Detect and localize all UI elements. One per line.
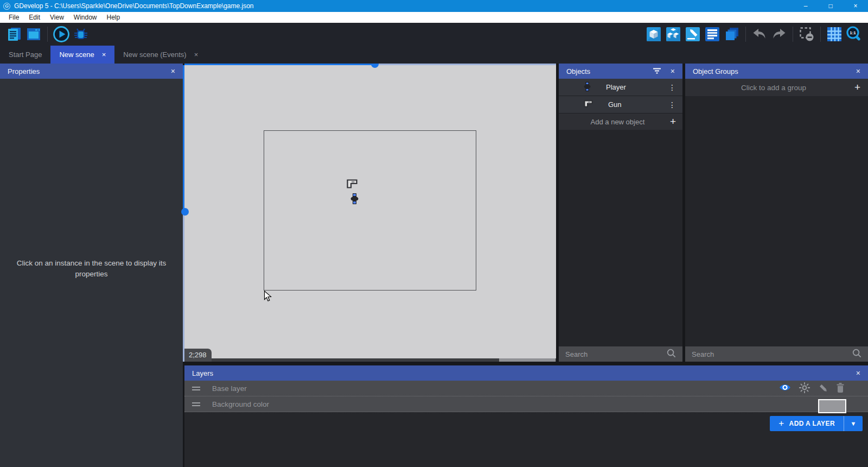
layer-name: Base layer: [212, 384, 247, 393]
redo-icon[interactable]: [769, 24, 789, 44]
scrollbar-thumb[interactable]: [499, 358, 556, 362]
drag-handle-icon[interactable]: [192, 387, 200, 390]
plus-icon: +: [854, 83, 860, 92]
add-layer-label: ADD A LAYER: [789, 420, 835, 427]
menu-file[interactable]: File: [4, 12, 24, 23]
player-instance[interactable]: [350, 193, 359, 206]
open-layers-panel-icon[interactable]: [722, 24, 742, 44]
game-window-frame: [264, 130, 476, 291]
close-object-groups-icon[interactable]: ×: [856, 67, 860, 75]
maximize-button[interactable]: □: [818, 0, 843, 12]
open-instances-list-icon[interactable]: [703, 24, 722, 44]
svg-text:1:1: 1:1: [850, 30, 856, 35]
add-group-label: Click to add a group: [693, 84, 854, 92]
menu-help[interactable]: Help: [102, 12, 125, 23]
player-thumbnail-icon: [584, 82, 591, 93]
open-object-groups-panel-icon[interactable]: [663, 24, 683, 44]
toolbar-separator: [745, 27, 746, 42]
add-new-object-button[interactable]: Add a new object +: [559, 113, 682, 130]
layer-delete-trash-icon[interactable]: [835, 382, 845, 395]
menu-window[interactable]: Window: [69, 12, 102, 23]
properties-panel: Properties × Click on an instance in the…: [0, 64, 183, 467]
tab-start-page[interactable]: Start Page: [0, 46, 50, 64]
close-properties-icon[interactable]: ×: [171, 67, 175, 75]
tab-label: New scene (Events): [123, 51, 186, 59]
toolbar: 1:1: [0, 23, 868, 46]
layer-name: Background color: [212, 400, 269, 408]
tab-close-icon[interactable]: ×: [102, 51, 106, 59]
layer-effects-icon[interactable]: [799, 382, 810, 395]
object-name: Gun: [608, 100, 622, 109]
object-groups-panel: Object Groups × Click to add a group +: [685, 64, 868, 362]
close-button[interactable]: ×: [843, 0, 868, 12]
debug-icon[interactable]: [71, 24, 91, 44]
gun-instance[interactable]: [347, 179, 358, 191]
canvas-horizontal-scrollbar: [184, 358, 556, 362]
objects-search-input[interactable]: [565, 350, 666, 358]
tab-new-scene-events[interactable]: New scene (Events) ×: [114, 46, 207, 64]
object-row-gun[interactable]: Gun ⋮: [559, 96, 682, 113]
undo-icon[interactable]: [750, 24, 769, 44]
tabbar: Start Page New scene × New scene (Events…: [0, 46, 868, 64]
filter-icon[interactable]: [652, 66, 662, 77]
tab-label: Start Page: [9, 51, 42, 59]
object-menu-icon[interactable]: ⋮: [668, 83, 676, 92]
objects-panel-header: Objects ×: [559, 64, 682, 79]
tab-new-scene[interactable]: New scene ×: [50, 46, 114, 64]
toolbar-right-group: 1:1: [644, 24, 864, 44]
minimize-button[interactable]: –: [793, 0, 818, 12]
play-icon[interactable]: [52, 24, 71, 44]
gun-thumbnail-icon: [584, 100, 593, 109]
close-layers-icon[interactable]: ×: [856, 369, 860, 377]
object-menu-icon[interactable]: ⋮: [668, 100, 676, 109]
layer-row-background-color[interactable]: Background color: [184, 396, 868, 412]
layer-row-base[interactable]: Base layer: [184, 381, 868, 396]
properties-panel-header: Properties ×: [0, 64, 183, 79]
search-icon: [666, 348, 676, 360]
cursor-coordinates-badge: 2;298: [184, 349, 212, 362]
objects-search-row: [559, 346, 682, 362]
search-icon: [852, 348, 861, 360]
close-objects-icon[interactable]: ×: [671, 67, 675, 75]
grid-icon[interactable]: [825, 24, 844, 44]
properties-empty-message: Click on an instance in the scene to dis…: [0, 258, 183, 280]
tab-label: New scene: [59, 51, 94, 59]
objects-panel-title: Objects: [566, 67, 590, 75]
zoom-1-1-icon[interactable]: 1:1: [844, 24, 864, 44]
gdevelop-logo-icon: G: [3, 3, 10, 10]
project-manager-icon[interactable]: [4, 24, 24, 44]
background-color-swatch[interactable]: [818, 399, 846, 413]
window-title: GDevelop 5 - C:\Users\Sparkle\OneDrive\D…: [14, 2, 254, 10]
tab-close-icon[interactable]: ×: [194, 51, 199, 59]
toolbar-separator: [820, 27, 821, 42]
layers-panel: Layers × Base layer: [184, 365, 868, 467]
divider-drag-handle[interactable]: [181, 208, 189, 216]
menu-edit[interactable]: Edit: [24, 12, 45, 23]
object-name: Player: [606, 83, 626, 91]
layer-edit-pencil-icon[interactable]: [818, 382, 828, 395]
add-object-label: Add a new object: [565, 118, 670, 126]
plus-icon: +: [778, 418, 784, 429]
object-row-player[interactable]: Player ⋮: [559, 79, 682, 96]
groups-search-input[interactable]: [692, 350, 852, 358]
layer-visibility-eye-icon[interactable]: [778, 383, 792, 394]
scene-canvas[interactable]: 2;298: [184, 65, 556, 362]
add-group-button[interactable]: Click to add a group +: [685, 79, 868, 96]
groups-search-row: [685, 346, 868, 362]
plus-icon: +: [670, 117, 676, 127]
toolbar-separator: [793, 27, 793, 42]
menu-view[interactable]: View: [45, 12, 69, 23]
mouse-cursor-icon: [264, 291, 272, 304]
add-layer-button[interactable]: + ADD A LAYER ▼: [770, 416, 863, 431]
mask-selection-icon[interactable]: [797, 24, 816, 44]
objects-panel: Objects × Player ⋮: [559, 64, 682, 362]
object-groups-panel-header: Object Groups ×: [685, 64, 868, 79]
menubar: File Edit View Window Help: [0, 12, 868, 23]
chevron-down-icon[interactable]: ▼: [844, 416, 863, 431]
drag-handle-icon[interactable]: [192, 402, 200, 406]
open-objects-panel-icon[interactable]: [644, 24, 663, 44]
window-controls: – □ ×: [793, 0, 868, 12]
scene-editor-icon[interactable]: [24, 24, 43, 44]
toolbar-separator: [47, 27, 48, 42]
open-properties-panel-icon[interactable]: [683, 24, 703, 44]
